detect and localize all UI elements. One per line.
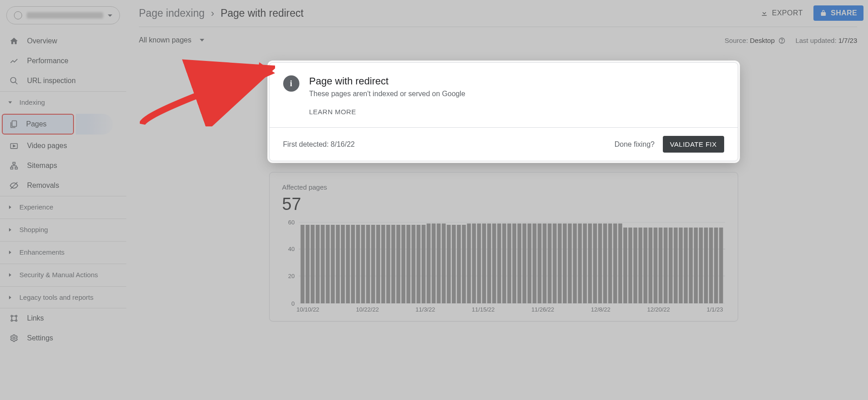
svg-rect-21	[305, 225, 309, 303]
svg-rect-88	[643, 228, 648, 303]
sidebar-item-links[interactable]: Links	[0, 308, 126, 328]
svg-rect-85	[628, 228, 632, 303]
chevron-down-icon	[108, 14, 112, 17]
sidebar-item-settings[interactable]: Settings	[0, 328, 126, 348]
svg-rect-96	[684, 228, 688, 303]
x-tick: 12/8/22	[591, 306, 610, 313]
property-selector[interactable]	[6, 6, 120, 24]
sidebar-section-label: Indexing	[19, 98, 45, 106]
sidebar-section-enhancements[interactable]: Enhancements	[0, 241, 126, 263]
svg-rect-75	[578, 223, 582, 303]
svg-rect-52	[462, 225, 466, 303]
svg-point-11	[11, 320, 12, 321]
affected-pages-chart-card: Affected pages 57 60 40 20 0 10/10/22	[269, 172, 738, 321]
svg-rect-62	[512, 223, 516, 303]
svg-rect-66	[533, 223, 537, 303]
svg-rect-27	[335, 225, 340, 303]
svg-rect-53	[467, 223, 471, 303]
svg-rect-90	[653, 228, 657, 303]
svg-rect-23	[316, 225, 320, 303]
sidebar-item-video-pages[interactable]: Video pages	[0, 135, 126, 155]
sidebar-label: URL inspection	[27, 77, 76, 85]
svg-rect-55	[477, 223, 481, 303]
svg-rect-40	[401, 225, 405, 303]
svg-rect-56	[482, 223, 486, 303]
sidebar-section-indexing[interactable]: Indexing	[0, 91, 126, 113]
x-tick: 11/26/22	[531, 306, 554, 313]
svg-rect-36	[381, 225, 385, 303]
sidebar-section-label: Security & Manual Actions	[19, 271, 98, 279]
sidebar-item-url-inspection[interactable]: URL inspection	[0, 70, 126, 90]
y-tick: 0	[284, 300, 295, 307]
svg-rect-74	[573, 223, 577, 303]
svg-rect-73	[568, 223, 572, 303]
page-filter-dropdown[interactable]: All known pages	[139, 36, 204, 44]
globe-icon	[14, 11, 22, 19]
svg-rect-34	[371, 225, 375, 303]
svg-rect-32	[361, 225, 365, 303]
svg-rect-48	[441, 223, 445, 303]
sidebar-item-sitemaps[interactable]: Sitemaps	[0, 155, 126, 175]
first-detected: First detected: 8/16/22	[283, 140, 355, 149]
export-button[interactable]: EXPORT	[757, 6, 807, 20]
svg-rect-2	[12, 121, 17, 127]
link-icon	[9, 313, 19, 323]
sidebar-section-shopping[interactable]: Shopping	[0, 219, 126, 240]
sidebar-label: Removals	[27, 181, 59, 190]
download-icon	[760, 9, 768, 17]
svg-rect-68	[542, 223, 547, 303]
y-tick: 40	[284, 246, 295, 252]
sidebar-item-overview[interactable]: Overview	[0, 31, 126, 51]
svg-rect-101	[709, 228, 713, 303]
chevron-right-icon	[9, 228, 11, 232]
sidebar-section-security[interactable]: Security & Manual Actions	[0, 264, 126, 285]
svg-rect-83	[618, 223, 622, 303]
sidebar-item-pages[interactable]: Pages	[2, 114, 74, 135]
svg-rect-57	[487, 223, 491, 303]
svg-marker-4	[13, 145, 15, 147]
learn-more-link[interactable]: LEARN MORE	[309, 108, 356, 116]
sidebar: Overview Performance URL inspection Inde…	[0, 0, 126, 400]
svg-rect-70	[552, 223, 556, 303]
sidebar-section-label: Experience	[19, 203, 53, 211]
chevron-right-icon	[9, 296, 11, 299]
svg-rect-98	[693, 228, 698, 303]
search-icon	[9, 76, 19, 86]
sidebar-section-legacy[interactable]: Legacy tools and reports	[0, 286, 126, 308]
svg-rect-26	[331, 225, 335, 303]
svg-rect-67	[537, 223, 542, 303]
chart-plot-area: 60 40 20 0	[285, 222, 725, 303]
svg-rect-71	[557, 223, 561, 303]
breadcrumb-parent[interactable]: Page indexing	[139, 7, 205, 19]
y-tick: 20	[284, 272, 295, 279]
svg-rect-102	[714, 228, 718, 303]
sidebar-item-performance[interactable]: Performance	[0, 51, 126, 70]
svg-rect-28	[341, 225, 345, 303]
svg-rect-103	[719, 228, 723, 303]
svg-point-9	[11, 315, 12, 316]
chart-label: Affected pages	[282, 183, 725, 191]
share-button[interactable]: SHARE	[813, 5, 863, 21]
x-tick: 10/10/22	[297, 306, 320, 313]
svg-point-12	[15, 320, 17, 321]
sidebar-item-removals[interactable]: Removals	[0, 175, 126, 195]
sidebar-label: Pages	[26, 120, 46, 128]
issue-title: Page with redirect	[309, 75, 724, 87]
chart-line-icon	[9, 56, 19, 66]
sidebar-label: Performance	[27, 57, 69, 65]
svg-rect-79	[598, 223, 602, 303]
svg-rect-69	[547, 223, 551, 303]
svg-rect-58	[492, 223, 496, 303]
property-name-blurred	[27, 12, 103, 19]
sidebar-section-experience[interactable]: Experience	[0, 196, 126, 218]
x-tick: 11/3/22	[416, 306, 435, 313]
svg-rect-87	[638, 228, 642, 303]
svg-rect-54	[472, 223, 476, 303]
svg-rect-43	[416, 225, 420, 303]
help-icon[interactable]	[778, 37, 785, 44]
svg-rect-30	[351, 225, 355, 303]
x-tick: 12/20/22	[647, 306, 670, 313]
svg-point-0	[11, 77, 16, 83]
x-tick: 11/15/22	[472, 306, 495, 313]
validate-fix-button[interactable]: VALIDATE FIX	[663, 136, 724, 153]
